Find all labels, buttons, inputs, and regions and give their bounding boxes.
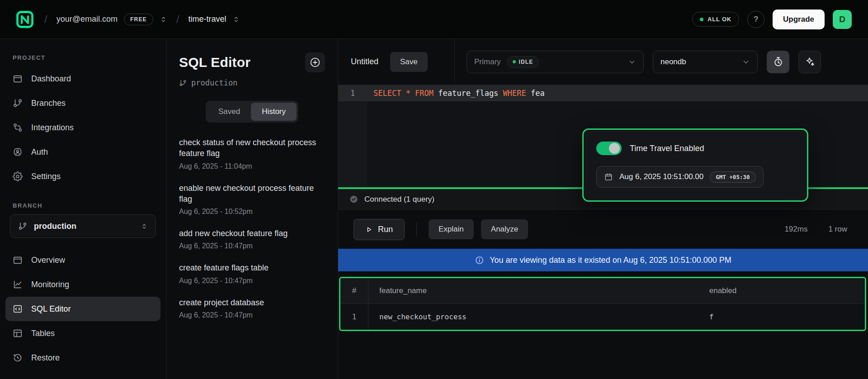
breadcrumb-separator: /	[44, 13, 47, 26]
sql-token-keyword: WHERE	[503, 89, 531, 98]
branch-icon	[18, 222, 27, 231]
upgrade-button[interactable]: Upgrade	[773, 9, 825, 29]
time-travel-popup: Time Travel Enabled Aug 6, 2025 10:51:00…	[582, 128, 808, 202]
saved-history-tabs: Saved History	[206, 101, 298, 123]
idle-label: IDLE	[519, 59, 533, 65]
sidebar-item-branches[interactable]: Branches	[5, 91, 160, 115]
breadcrumb-project[interactable]: time-travel	[188, 14, 226, 24]
history-item[interactable]: add new checkout feature flag Aug 6, 202…	[179, 228, 325, 250]
explain-button[interactable]: Explain	[429, 219, 474, 239]
col-header-feature-name[interactable]: feature_name	[368, 278, 709, 303]
table-row[interactable]: 1 new_checkout_process f	[340, 303, 865, 330]
cell-index: 1	[340, 304, 368, 330]
stopwatch-icon	[773, 56, 784, 67]
idle-dot	[513, 60, 516, 63]
col-header-index: #	[340, 278, 368, 303]
ai-assist-button[interactable]	[798, 51, 821, 73]
compute-select[interactable]: Primary IDLE	[467, 51, 644, 73]
sidebar-item-label: Dashboard	[31, 74, 71, 84]
time-travel-toggle[interactable]	[596, 142, 622, 155]
time-travel-button[interactable]	[767, 51, 789, 73]
panel-branch: production	[179, 78, 325, 87]
connection-controls: Primary IDLE neondb	[455, 39, 868, 85]
info-icon	[475, 256, 484, 265]
branch-selector[interactable]: production	[10, 214, 156, 238]
code-line-1[interactable]: 1 SELECT * FROM feature_flags WHERE fea	[338, 85, 868, 101]
cell-enabled: f	[709, 304, 865, 330]
query-tab-title[interactable]: Untitled	[351, 57, 378, 66]
sidebar-item-auth[interactable]: Auth	[5, 140, 160, 164]
branches-icon	[13, 98, 23, 108]
history-list: check status of new checkout process fea…	[179, 137, 325, 332]
sidebar-item-label: SQL Editor	[31, 304, 71, 314]
sidebar-item-label: Settings	[31, 172, 61, 181]
user-avatar[interactable]: D	[833, 10, 852, 29]
sidebar-item-label: Restore	[31, 353, 60, 363]
save-button[interactable]: Save	[390, 52, 428, 72]
sql-token-keyword: SELECT * FROM	[373, 89, 438, 98]
account-switcher-icon[interactable]	[160, 14, 167, 24]
status-dot	[700, 18, 703, 21]
sidebar-item-label: Auth	[31, 147, 48, 157]
sidebar-item-overview[interactable]: Overview	[5, 248, 160, 272]
dashboard-icon	[13, 74, 23, 84]
tab-saved[interactable]: Saved	[208, 103, 251, 121]
breadcrumb-account[interactable]: your@email.com	[57, 14, 118, 24]
connected-check-icon	[349, 194, 359, 204]
run-label: Run	[378, 225, 393, 234]
history-item-time: Aug 6, 2025 - 10:47pm	[179, 311, 325, 319]
actions-divider	[416, 223, 417, 236]
sidebar: PROJECT Dashboard Branches Integrations	[0, 39, 166, 379]
history-item-title: create feature flags table	[179, 262, 325, 273]
project-switcher-icon[interactable]	[232, 14, 240, 24]
sidebar-item-restore[interactable]: Restore	[5, 346, 160, 370]
sidebar-item-label: Tables	[31, 329, 55, 338]
header-actions: ALL OK ? Upgrade D	[692, 9, 852, 29]
play-icon	[365, 226, 373, 233]
integrations-icon	[13, 123, 23, 133]
editor-toolbar: Untitled Save Primary IDLE	[338, 39, 868, 85]
sidebar-item-dashboard[interactable]: Dashboard	[5, 66, 160, 91]
sql-code: SELECT * FROM feature_flags WHERE fea	[367, 89, 545, 98]
sidebar-item-tables[interactable]: Tables	[5, 321, 160, 346]
results-table: # feature_name enabled 1 new_checkout_pr…	[339, 277, 866, 331]
plus-circle-icon	[309, 57, 321, 68]
panel-title: SQL Editor	[179, 55, 250, 70]
sidebar-section-project: PROJECT	[0, 54, 166, 61]
history-item-time: Aug 6, 2025 - 10:47pm	[179, 242, 325, 250]
content-row: PROJECT Dashboard Branches Integrations	[0, 39, 868, 379]
history-item[interactable]: check status of new checkout process fea…	[179, 137, 325, 171]
help-button[interactable]: ?	[747, 11, 764, 28]
sidebar-item-settings[interactable]: Settings	[5, 164, 160, 189]
history-item[interactable]: create project database Aug 6, 2025 - 10…	[179, 297, 325, 319]
time-travel-label: Time Travel Enabled	[630, 144, 704, 153]
run-button[interactable]: Run	[354, 219, 405, 240]
neon-logo[interactable]	[14, 9, 35, 30]
tables-grid-icon	[13, 328, 23, 338]
time-travel-datetime-picker[interactable]: Aug 6, 2025 10:51:00.00 GMT +05:30	[596, 166, 764, 188]
branch-selector-value: production	[34, 222, 76, 231]
sql-token-identifier: fea	[531, 89, 545, 98]
sql-editor-panel: SQL Editor production Saved History chec…	[166, 39, 338, 379]
sidebar-item-integrations[interactable]: Integrations	[5, 115, 160, 140]
history-item-title: create project database	[179, 297, 325, 308]
sql-code-editor[interactable]: 1 SELECT * FROM feature_flags WHERE fea …	[338, 85, 868, 187]
history-item[interactable]: create feature flags table Aug 6, 2025 -…	[179, 262, 325, 284]
analyze-button[interactable]: Analyze	[481, 219, 528, 239]
tab-history[interactable]: History	[251, 103, 297, 121]
col-header-enabled[interactable]: enabled	[709, 278, 865, 303]
database-select[interactable]: neondb	[653, 51, 758, 73]
query-duration: 192ms	[784, 225, 807, 234]
sidebar-item-monitoring[interactable]: Monitoring	[5, 272, 160, 297]
system-status-badge[interactable]: ALL OK	[692, 12, 739, 27]
timezone-badge: GMT +05:30	[710, 171, 755, 183]
monitoring-chart-icon	[13, 280, 23, 289]
cell-feature-name: new_checkout_process	[368, 304, 709, 330]
sidebar-item-label: Overview	[31, 256, 65, 265]
sparkles-icon	[804, 56, 816, 67]
sidebar-item-sql-editor[interactable]: SQL Editor	[5, 297, 160, 321]
new-query-button[interactable]	[305, 52, 325, 72]
history-item-title: check status of new checkout process fea…	[179, 137, 325, 159]
history-item[interactable]: enable new checkout process feature flag…	[179, 183, 325, 216]
query-metrics: 192ms 1 row	[784, 225, 847, 234]
